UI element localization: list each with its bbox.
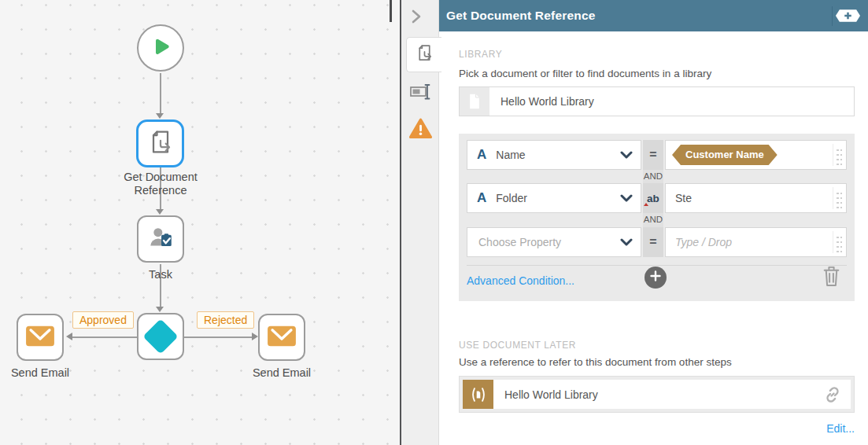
value-field-row1[interactable]: Customer Name [665, 140, 847, 170]
value-field-row3[interactable]: Type / Drop [665, 227, 847, 257]
document-export-icon [146, 128, 175, 160]
document-reference-field-wrapper: Hello World Library [459, 376, 855, 413]
splitter-handle[interactable] [390, 0, 392, 22]
arrowhead-icon [156, 307, 164, 312]
diamond-icon [142, 318, 178, 354]
document-export-icon [415, 43, 434, 66]
library-picker-field[interactable]: Hello World Library [459, 86, 855, 116]
property-placeholder: Choose Property [478, 236, 561, 248]
connector-decision-to-left-email [72, 337, 137, 338]
connector-decision-to-right-email [184, 337, 252, 338]
joiner-label: AND [643, 215, 663, 224]
drag-handle-icon[interactable] [835, 147, 842, 165]
starts-with-operator-icon: ab [647, 193, 659, 204]
divider [467, 265, 847, 266]
panel-header: Get Document Reference [439, 0, 868, 31]
branch-label-rejected[interactable]: Rejected [197, 311, 254, 329]
use-later-section-heading: USE DOCUMENT LATER [459, 340, 576, 351]
branch-label-approved[interactable]: Approved [72, 311, 134, 329]
use-later-section-description: Use a reference to refer to this documen… [459, 356, 732, 368]
field-separator [833, 144, 833, 166]
connector-start-to-doc [160, 73, 161, 113]
tab-labels[interactable] [408, 82, 432, 105]
chain-link-icon [822, 384, 843, 408]
chevron-down-icon [620, 235, 633, 249]
arrowhead-icon [156, 113, 164, 119]
value-placeholder: Type / Drop [675, 236, 732, 248]
library-section-heading: LIBRARY [459, 49, 502, 60]
get-document-reference-node[interactable] [136, 120, 184, 167]
arrowhead-icon [66, 333, 72, 340]
envelope-icon [25, 325, 55, 351]
chevron-right-icon [406, 15, 425, 28]
panel-title: Get Document Reference [446, 9, 596, 23]
advanced-condition-link[interactable]: Advanced Condition... [467, 274, 574, 287]
workflow-canvas[interactable]: Get Document Reference Task Approved Rej… [0, 0, 400, 445]
plus-tag-icon [835, 12, 861, 25]
play-icon [145, 31, 176, 65]
library-picker-value: Hello World Library [489, 95, 594, 108]
operator-button-row2[interactable]: ab [643, 183, 663, 213]
node-label: Send Email [5, 366, 76, 380]
drag-handle-icon[interactable] [835, 190, 842, 208]
plus-icon [649, 270, 662, 285]
task-node[interactable] [137, 215, 184, 263]
warning-triangle-icon [409, 118, 432, 142]
value-text[interactable]: Ste [675, 192, 692, 204]
text-field-cursor-icon [409, 83, 431, 105]
node-label: Get Document Reference [98, 171, 223, 197]
trash-icon [822, 276, 840, 289]
document-reference-value: Hello World Library [493, 388, 598, 401]
library-section-description: Pick a document or filter to find docume… [459, 68, 711, 79]
send-email-node-left[interactable] [17, 314, 64, 361]
joiner-label: AND [643, 171, 663, 181]
drag-handle-icon[interactable] [835, 234, 842, 252]
delete-condition-button[interactable] [822, 266, 840, 290]
operator-button-row3[interactable]: = [643, 227, 663, 257]
text-type-icon: A [477, 147, 486, 163]
arrowhead-icon [156, 209, 164, 215]
add-condition-button[interactable] [645, 267, 667, 289]
document-reference-icon [463, 380, 493, 409]
node-label: Send Email [246, 366, 317, 380]
user-task-icon [146, 223, 175, 255]
edit-reference-link[interactable]: Edit... [826, 422, 855, 435]
node-label: Task [121, 268, 200, 281]
chevron-down-icon [620, 191, 633, 205]
envelope-icon [267, 325, 297, 351]
chevron-down-icon [620, 148, 633, 162]
document-icon [460, 87, 489, 116]
variable-pill[interactable]: Customer Name [672, 145, 778, 165]
text-type-icon: A [477, 190, 486, 206]
condition-builder: A Name = Customer Name AND A Folder ab [459, 134, 855, 301]
tab-configuration[interactable] [406, 37, 441, 72]
property-dropdown-row1[interactable]: A Name [467, 140, 641, 170]
document-reference-field[interactable]: Hello World Library [463, 380, 851, 409]
property-dropdown-row2[interactable]: A Folder [467, 183, 641, 213]
send-email-node-right[interactable] [258, 314, 305, 361]
operator-button-row1[interactable]: = [643, 140, 663, 170]
decision-node[interactable] [137, 313, 184, 360]
property-dropdown-row3[interactable]: Choose Property [467, 227, 641, 257]
header-separator [832, 6, 833, 26]
property-label: Name [496, 149, 525, 161]
panel-content: LIBRARY Pick a document or filter to fin… [439, 31, 868, 445]
value-field-row2[interactable]: Ste [665, 183, 847, 213]
collapse-panel-button[interactable] [406, 7, 425, 26]
tab-warnings[interactable] [408, 118, 432, 142]
start-node[interactable] [137, 24, 184, 72]
add-variable-button[interactable] [835, 9, 861, 26]
property-label: Folder [496, 192, 527, 204]
field-separator [833, 231, 833, 253]
field-separator [833, 187, 833, 209]
arrowhead-icon [252, 333, 258, 340]
